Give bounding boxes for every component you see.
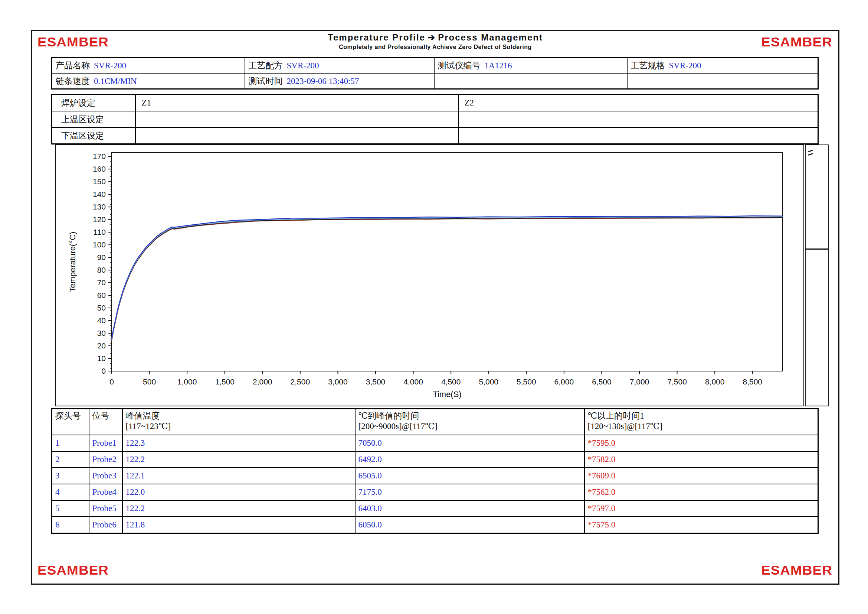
svg-text:50: 50 — [97, 303, 106, 312]
probe-row-2: 2 Probe2 122.2 6492.0 *7582.0 — [52, 451, 818, 468]
probe-id: 4 — [52, 484, 89, 501]
tester-id-value: 1A1216 — [485, 61, 512, 70]
spec-value: SVR-200 — [669, 61, 701, 70]
chain-speed-value: 0.1CM/MIN — [94, 76, 137, 86]
test-time-cell: 测试时间2023-09-06 13:40:57 — [245, 73, 434, 89]
upper-zone-z2 — [458, 111, 818, 127]
probe-time-above: *7575.0 — [584, 517, 818, 533]
probe-peak: 121.8 — [122, 517, 355, 533]
svg-text:6,000: 6,000 — [555, 378, 574, 386]
probe-pos: Probe3 — [89, 468, 122, 484]
lower-zone-label: 下温区设定 — [52, 127, 135, 144]
probe-peak: 122.3 — [122, 435, 355, 451]
svg-text:0: 0 — [110, 378, 114, 386]
svg-text:1,000: 1,000 — [177, 378, 197, 386]
svg-text:7,000: 7,000 — [630, 378, 649, 386]
probe-peak: 122.0 — [122, 484, 355, 501]
arrow-right-icon: ➔ — [428, 32, 436, 42]
recipe-cell: 工艺配方SVR-200 — [245, 58, 434, 73]
svg-text:80: 80 — [97, 266, 106, 274]
probe-time-above: *7609.0 — [584, 468, 818, 484]
probe-row-1: 1 Probe1 122.3 7050.0 *7595.0 — [52, 435, 818, 451]
svg-text:170: 170 — [93, 152, 106, 160]
product-name-cell: 产品名称SVR-200 — [52, 58, 245, 73]
probe-id: 6 — [52, 517, 89, 533]
header-probe-number: 探头号 — [52, 409, 89, 435]
svg-text:8,500: 8,500 — [742, 378, 762, 386]
probe-time-to-peak: 6505.0 — [355, 468, 584, 484]
probe-row-4: 4 Probe4 122.0 7175.0 *7562.0 — [52, 484, 818, 501]
svg-text:Temperature(°C): Temperature(°C) — [68, 232, 77, 292]
title-left: Temperature Profile — [328, 32, 425, 42]
probe-pos: Probe1 — [89, 435, 122, 451]
oven-row-upper: 上温区设定 — [52, 111, 818, 127]
svg-text:30: 30 — [97, 329, 106, 337]
svg-text:130: 130 — [93, 202, 106, 211]
svg-text:0: 0 — [101, 367, 106, 375]
svg-text:110: 110 — [93, 228, 106, 236]
probe-row-5: 5 Probe5 122.2 6403.0 *7597.0 — [52, 501, 818, 517]
chart-canvas: 0102030405060708090100110120130140150160… — [56, 145, 802, 404]
product-name-value: SVR-200 — [94, 61, 126, 70]
scrollbar-divider — [806, 249, 828, 250]
probe-time-above: *7595.0 — [584, 435, 818, 451]
probe-time-to-peak: 7175.0 — [355, 484, 584, 501]
probe-time-above: *7597.0 — [584, 501, 818, 517]
probe-row-6: 6 Probe6 121.8 6050.0 *7575.0 — [52, 517, 818, 533]
title-right: Process Management — [438, 32, 543, 42]
info-row-1: 产品名称SVR-200 工艺配方SVR-200 测试仪编号1A1216 工艺规格… — [52, 58, 818, 73]
product-name-label: 产品名称 — [56, 61, 90, 70]
empty-cell — [627, 73, 818, 89]
svg-text:2,000: 2,000 — [253, 378, 273, 386]
svg-text:1,500: 1,500 — [215, 378, 234, 386]
probe-pos: Probe4 — [89, 484, 122, 501]
product-info-table: 产品名称SVR-200 工艺配方SVR-200 测试仪编号1A1216 工艺规格… — [51, 57, 818, 90]
svg-text:5,500: 5,500 — [516, 378, 536, 386]
oven-setting-label: 焊炉设定 — [52, 95, 135, 112]
brand-logo-top-right: ESAMBER — [761, 35, 832, 50]
spec-cell: 工艺规格SVR-200 — [627, 58, 818, 73]
upper-zone-label: 上温区设定 — [52, 111, 135, 127]
probe-results-table: 探头号 位号 峰值温度[117~123℃] ℃到峰值的时间[200~9000s]… — [51, 408, 818, 534]
svg-text:150: 150 — [93, 177, 106, 186]
legend-strip-glyphs — [808, 148, 823, 157]
probe-time-to-peak: 6050.0 — [355, 517, 584, 533]
probe-time-to-peak: 6492.0 — [355, 451, 584, 468]
probe-peak: 122.2 — [122, 501, 355, 517]
svg-text:40: 40 — [97, 316, 106, 325]
brand-logo-bottom-right: ESAMBER — [761, 563, 832, 578]
tester-id-cell: 测试仪编号1A1216 — [434, 58, 627, 73]
svg-text:20: 20 — [97, 341, 106, 350]
header-time-to-peak: ℃到峰值的时间[200~9000s]@[117℃] — [355, 409, 584, 435]
svg-text:90: 90 — [97, 253, 106, 261]
svg-text:4,500: 4,500 — [441, 378, 461, 386]
lower-zone-z2 — [458, 127, 818, 144]
lower-zone-z1 — [135, 127, 458, 144]
chart-side-scrollbar[interactable] — [805, 145, 829, 406]
report-subtitle: Completely and Professionally Achieve Ze… — [328, 44, 543, 51]
svg-text:100: 100 — [93, 240, 106, 249]
header-peak-temp: 峰值温度[117~123℃] — [122, 409, 355, 435]
header-time-above: ℃以上的时间1[120~130s]@[117℃] — [584, 409, 818, 435]
svg-text:3,500: 3,500 — [366, 378, 386, 386]
zone-z2-cell: Z2 — [458, 95, 818, 112]
probe-id: 1 — [52, 435, 89, 451]
probe-time-to-peak: 7050.0 — [355, 435, 584, 451]
report-title: Temperature Profile➔Process Management — [328, 32, 543, 43]
probe-time-above: *7582.0 — [584, 451, 818, 468]
oven-settings-table: 焊炉设定 Z1 Z2 上温区设定 下温区设定 — [51, 94, 818, 145]
oven-row-zones: 焊炉设定 Z1 Z2 — [52, 95, 818, 112]
upper-zone-z1 — [135, 111, 458, 127]
zone-z1-cell: Z1 — [135, 95, 458, 112]
probe-row-3: 3 Probe3 122.1 6505.0 *7609.0 — [52, 468, 818, 484]
svg-text:120: 120 — [93, 215, 106, 224]
svg-text:2,500: 2,500 — [291, 378, 310, 386]
brand-logo-top-left: ESAMBER — [37, 35, 109, 50]
recipe-value: SVR-200 — [287, 61, 319, 70]
probe-id: 5 — [52, 501, 89, 517]
probe-time-to-peak: 6403.0 — [355, 501, 584, 517]
svg-text:4,000: 4,000 — [403, 378, 423, 386]
report-page: ESAMBER ESAMBER Temperature Profile➔Proc… — [31, 30, 839, 584]
test-time-value: 2023-09-06 13:40:57 — [287, 76, 359, 86]
svg-text:70: 70 — [97, 278, 106, 287]
